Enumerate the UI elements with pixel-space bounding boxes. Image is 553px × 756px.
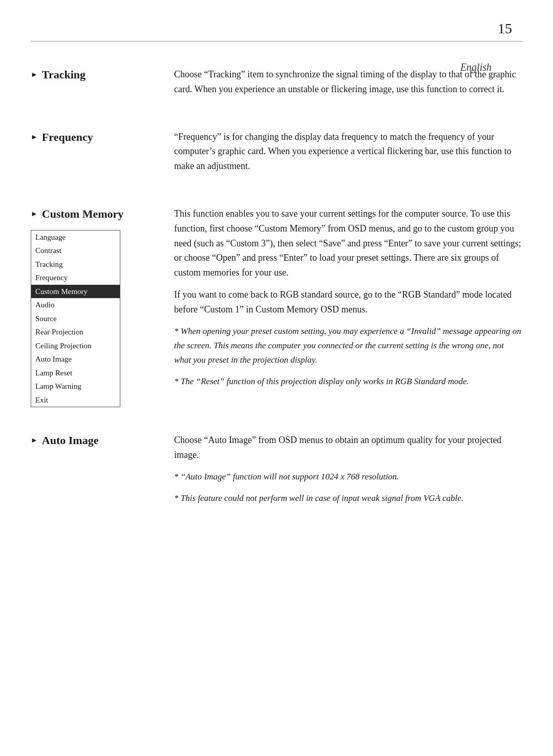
menu-item-source: Source <box>31 312 120 326</box>
page-header: 15 <box>31 20 522 41</box>
content-area: ► Tracking Choose “Tracking” item to syn… <box>31 67 522 513</box>
section-title-custom-memory: ► Custom Memory <box>31 207 174 221</box>
menu-item-ceiling-projection: Ceiling Projection <box>31 339 120 353</box>
section-title-tracking: ► Tracking <box>31 68 174 81</box>
auto-image-body-0: Choose “Auto Image” from OSD menus to ob… <box>174 433 522 463</box>
frequency-body-0: “Frequency” is for changing the display … <box>174 130 522 174</box>
menu-item-custom-memory: Custom Memory <box>31 285 120 299</box>
menu-item-rear-projection: Rear Projection <box>31 325 120 339</box>
menu-item-frequency: Frequency <box>31 271 120 285</box>
section-title-auto-image: ► Auto Image <box>31 434 174 447</box>
auto-image-note-1: * This feature could not perform well in… <box>174 491 522 506</box>
menu-item-exit: Exit <box>31 393 120 407</box>
section-title-area-tracking: ► Tracking <box>31 67 174 104</box>
menu-item-tracking: Tracking <box>31 258 120 271</box>
custom-memory-note-0: * When opening your preset custom settin… <box>174 324 522 367</box>
section-auto-image: ► Auto Image Choose “Auto Image” from OS… <box>31 433 522 513</box>
arrow-icon-auto-image: ► <box>31 436 38 445</box>
frequency-title-label: Frequency <box>42 131 93 144</box>
custom-memory-note-1: * The “Reset” function of this projectio… <box>174 374 522 389</box>
section-body-custom-memory: This function enables you to save your c… <box>174 206 522 396</box>
auto-image-note-0: * “Auto Image” function will not support… <box>174 470 522 484</box>
arrow-icon-frequency: ► <box>31 133 38 141</box>
section-title-area-custom-memory: ► Custom Memory Language Contrast Tracki… <box>31 206 174 408</box>
menu-item-contrast: Contrast <box>31 244 120 258</box>
section-body-frequency: “Frequency” is for changing the display … <box>174 130 522 181</box>
custom-memory-body-1: If you want to come back to RGB standard… <box>174 287 522 317</box>
section-tracking: ► Tracking Choose “Tracking” item to syn… <box>31 67 522 104</box>
menu-item-lamp-reset: Lamp Reset <box>31 366 120 380</box>
section-body-auto-image: Choose “Auto Image” from OSD menus to ob… <box>174 433 522 513</box>
section-title-frequency: ► Frequency <box>31 131 174 144</box>
menu-item-audio: Audio <box>31 298 120 312</box>
custom-memory-title-label: Custom Memory <box>42 207 123 221</box>
section-custom-memory: ► Custom Memory Language Contrast Tracki… <box>31 206 522 408</box>
custom-memory-body-0: This function enables you to save your c… <box>174 206 522 280</box>
menu-item-lamp-warning: Lamp Warning <box>31 380 120 393</box>
tracking-title-label: Tracking <box>42 68 86 81</box>
menu-item-auto-image: Auto Image <box>31 352 120 366</box>
page-number: 15 <box>498 20 512 37</box>
section-title-area-frequency: ► Frequency <box>31 130 174 181</box>
section-title-area-auto-image: ► Auto Image <box>31 433 174 513</box>
arrow-icon-custom-memory: ► <box>31 210 38 218</box>
menu-item-language: Language <box>31 230 120 244</box>
auto-image-title-label: Auto Image <box>42 434 99 447</box>
arrow-icon-tracking: ► <box>31 71 38 79</box>
section-frequency: ► Frequency “Frequency” is for changing … <box>31 130 522 181</box>
page-language: English <box>460 61 492 73</box>
osd-menu: Language Contrast Tracking Frequency Cus… <box>31 230 120 408</box>
